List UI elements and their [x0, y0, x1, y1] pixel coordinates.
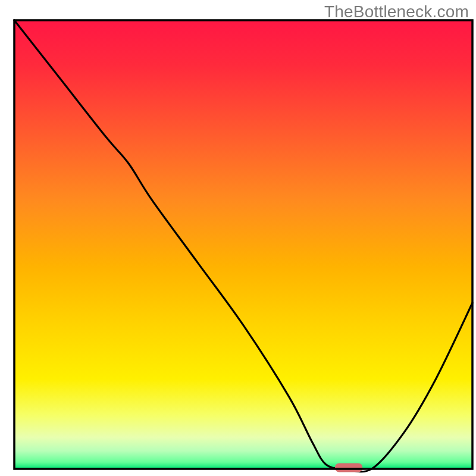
bottleneck-chart — [0, 0, 476, 476]
watermark-text: TheBottleneck.com — [324, 2, 469, 21]
chart-container: TheBottleneck.com — [0, 0, 476, 476]
minimum-marker — [335, 463, 362, 472]
plot-background — [14, 20, 472, 469]
